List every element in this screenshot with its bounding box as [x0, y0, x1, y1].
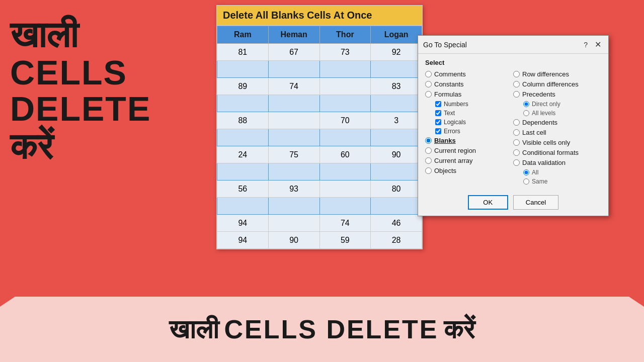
table-cell [371, 198, 422, 215]
sub-radio-same[interactable]: Same [513, 178, 601, 185]
all-levels-radio[interactable] [523, 110, 529, 116]
radio-precedents[interactable]: Precedents [513, 90, 601, 98]
radio-cond-formats[interactable]: Conditional formats [513, 149, 601, 156]
current-region-radio[interactable] [425, 147, 432, 154]
sub-radio-all-levels[interactable]: All levels [513, 110, 601, 117]
go-to-special-dialog: Go To Special ? ✕ Select Comments Consta… [418, 35, 609, 216]
text-checkbox[interactable] [435, 110, 441, 116]
dialog-help-button[interactable]: ? [581, 41, 591, 49]
data-validation-label: Data validation [522, 159, 566, 166]
cb-logicals[interactable]: Logicals [425, 119, 513, 126]
objects-radio[interactable] [425, 167, 432, 174]
logicals-label: Logicals [444, 119, 466, 126]
constants-radio[interactable] [425, 81, 432, 87]
table-cell: 73 [319, 44, 371, 61]
dialog-controls: ? ✕ [581, 40, 603, 49]
objects-label: Objects [434, 167, 456, 174]
table-cell: 3 [371, 112, 422, 129]
numbers-checkbox[interactable] [435, 101, 441, 107]
same-radio[interactable] [523, 178, 529, 185]
table-cell [268, 198, 319, 215]
radio-comments[interactable]: Comments [425, 70, 513, 78]
col-diff-radio[interactable] [513, 81, 520, 87]
table-cell: 92 [371, 44, 422, 61]
bottom-banner: खाली CELLS DELETE करें [0, 297, 644, 362]
comments-radio[interactable] [425, 71, 432, 77]
precedents-radio[interactable] [513, 91, 520, 98]
radio-current-region[interactable]: Current region [425, 147, 513, 154]
ok-button[interactable]: OK [468, 195, 508, 210]
radio-col-diff[interactable]: Column differences [513, 80, 601, 88]
table-row: 94905928 [217, 232, 422, 249]
cb-errors[interactable]: Errors [425, 128, 513, 135]
hindi-text-1: खाली [10, 15, 201, 55]
table-cell [319, 95, 371, 112]
last-cell-label: Last cell [522, 129, 546, 136]
dependents-radio[interactable] [513, 119, 520, 126]
radio-data-validation[interactable]: Data validation [513, 159, 601, 166]
formulas-label: Formulas [434, 90, 461, 98]
select-label: Select [425, 59, 601, 66]
table-cell: 80 [371, 180, 422, 198]
table-cell [217, 61, 269, 78]
all-radio[interactable] [523, 169, 529, 175]
table-cell [268, 215, 319, 232]
col-header-logan: Logan [371, 26, 422, 44]
cb-numbers[interactable]: Numbers [425, 101, 513, 108]
table-row [217, 95, 422, 112]
current-array-radio[interactable] [425, 157, 432, 164]
errors-checkbox[interactable] [435, 128, 441, 134]
bottom-karo-text: करें [444, 314, 475, 345]
radio-formulas[interactable]: Formulas [425, 90, 513, 98]
radio-last-cell[interactable]: Last cell [513, 129, 601, 136]
radio-row-diff[interactable]: Row differences [513, 70, 601, 78]
table-cell [319, 129, 371, 146]
table-cell [268, 61, 319, 78]
table-cell [371, 163, 422, 180]
col-header-ram: Ram [217, 26, 269, 44]
cancel-button[interactable]: Cancel [513, 195, 558, 210]
blanks-radio[interactable] [425, 137, 432, 144]
cond-formats-radio[interactable] [513, 149, 520, 156]
all-levels-label: All levels [532, 110, 555, 117]
direct-only-radio[interactable] [523, 101, 529, 107]
current-region-label: Current region [434, 147, 476, 154]
table-cell: 89 [217, 78, 269, 95]
radio-current-array[interactable]: Current array [425, 157, 513, 164]
table-cell [268, 129, 319, 146]
bottom-hindi-text: खाली [169, 314, 219, 345]
table-cell [217, 129, 269, 146]
last-cell-radio[interactable] [513, 129, 520, 136]
cb-text[interactable]: Text [425, 110, 513, 117]
current-array-label: Current array [434, 157, 473, 164]
row-diff-radio[interactable] [513, 71, 520, 77]
table-row: 947446 [217, 215, 422, 232]
visible-cells-label: Visible cells only [522, 139, 570, 146]
table-cell: 24 [217, 146, 269, 163]
radio-objects[interactable]: Objects [425, 167, 513, 174]
all-label: All [532, 169, 538, 176]
table-cell [319, 180, 371, 198]
table-cell: 75 [268, 146, 319, 163]
visible-cells-radio[interactable] [513, 139, 520, 146]
table-row [217, 198, 422, 215]
formulas-radio[interactable] [425, 91, 432, 98]
dialog-close-button[interactable]: ✕ [593, 40, 603, 49]
sub-radio-direct-only[interactable]: Direct only [513, 101, 601, 108]
dialog-buttons: OK Cancel [418, 191, 608, 216]
table-cell [268, 95, 319, 112]
table-cell: 70 [319, 112, 371, 129]
dialog-titlebar: Go To Special ? ✕ [418, 36, 608, 54]
logicals-checkbox[interactable] [435, 119, 441, 125]
radio-visible-cells[interactable]: Visible cells only [513, 139, 601, 146]
table-cell: 94 [217, 215, 269, 232]
table-cell: 93 [268, 180, 319, 198]
table-cell: 28 [371, 232, 422, 249]
sub-radio-all[interactable]: All [513, 169, 601, 176]
radio-constants[interactable]: Constants [425, 80, 513, 88]
blanks-label: Blanks [434, 137, 456, 144]
data-validation-radio[interactable] [513, 159, 520, 166]
radio-dependents[interactable]: Dependents [513, 119, 601, 126]
radio-blanks[interactable]: Blanks [425, 137, 513, 144]
dependents-label: Dependents [522, 119, 557, 126]
